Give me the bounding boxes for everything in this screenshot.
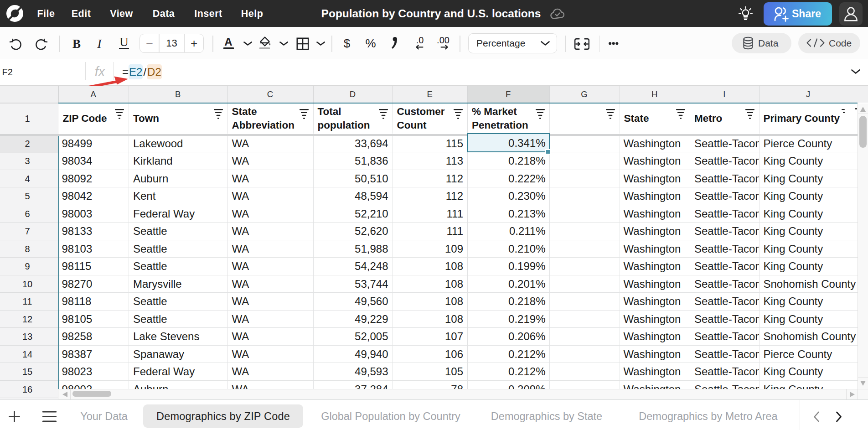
svg-text:.0: .0 [416, 36, 424, 45]
svg-text:.00: .00 [437, 36, 450, 45]
